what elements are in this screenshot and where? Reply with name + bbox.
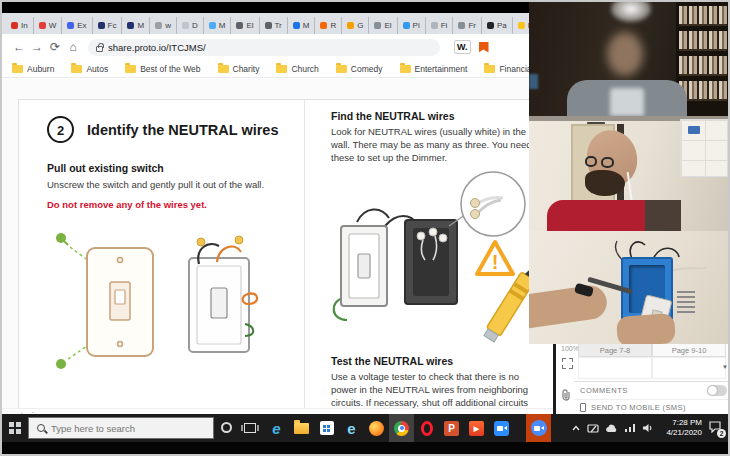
home-icon[interactable]: ⌂ <box>64 40 82 54</box>
folder-icon <box>276 65 287 73</box>
address-bar[interactable]: share.proto.io/ITCJMS/ <box>88 39 440 56</box>
find-heading: Find the NEUTRAL wires <box>331 110 454 122</box>
bookmark-folder[interactable]: Comedy <box>336 64 383 74</box>
cortana-button[interactable] <box>214 419 238 437</box>
internet-explorer-icon: e <box>347 421 355 436</box>
bookmark-folder[interactable]: Best of the Web <box>125 64 200 74</box>
bookmark-label: Best of the Web <box>140 64 200 74</box>
video-participant-2[interactable] <box>529 116 730 231</box>
browser-tab[interactable]: El <box>231 17 259 34</box>
browser-tab[interactable]: M <box>204 17 232 34</box>
fullscreen-icon[interactable] <box>562 358 573 369</box>
speaker-icon[interactable] <box>642 423 654 433</box>
browser-tab[interactable]: Fc <box>93 17 123 34</box>
taskbar-app[interactable]: ▶ <box>464 414 489 442</box>
chair <box>645 200 681 231</box>
browser-tab[interactable]: Tr <box>260 17 288 34</box>
tab-favicon-icon <box>347 22 354 29</box>
meet-app-icon <box>494 421 509 436</box>
browser-tab[interactable]: Ex <box>62 17 92 34</box>
browser-tab[interactable]: R <box>315 17 342 34</box>
search-input[interactable] <box>51 423 191 434</box>
taskbar-app[interactable] <box>314 414 339 442</box>
browser-tab[interactable]: Fr <box>453 17 482 34</box>
page-tab[interactable]: Page 9-10 <box>652 344 726 357</box>
browser-tab[interactable]: W <box>34 17 63 34</box>
padlock-icon <box>96 46 103 52</box>
action-center-button[interactable]: 2 <box>708 420 724 436</box>
taskbar-app[interactable] <box>414 414 439 442</box>
tab-label: Tr <box>275 21 282 30</box>
bookmark-folder[interactable]: Entertainment <box>400 64 468 74</box>
tab-label: Pa <box>497 21 507 30</box>
tab-label: Pi <box>413 21 420 30</box>
page-tab[interactable]: Page 7-8 <box>578 344 652 357</box>
network-signal-icon[interactable] <box>624 423 636 433</box>
onedrive-cloud-icon[interactable] <box>605 424 618 433</box>
tab-favicon-icon <box>265 22 272 29</box>
browser-tab[interactable]: Pi <box>398 17 426 34</box>
taskbar-app[interactable] <box>489 414 514 442</box>
bookmark-folder[interactable]: Financial <box>484 64 533 74</box>
file-explorer-icon <box>294 423 309 434</box>
attachment-icon[interactable] <box>561 388 573 402</box>
browser-tab[interactable]: M <box>288 17 316 34</box>
monitor-glow <box>529 74 538 89</box>
comments-toggle[interactable] <box>707 385 727 396</box>
taskbar-app[interactable]: e <box>264 414 289 442</box>
show-hidden-icons-chevron[interactable] <box>571 423 581 433</box>
browser-tab[interactable]: M <box>122 17 150 34</box>
notification-badge: 2 <box>717 429 726 438</box>
browser-tab[interactable]: El <box>369 17 397 34</box>
flag-extension-icon[interactable] <box>479 42 489 53</box>
taskbar-app[interactable] <box>389 414 414 442</box>
bookmark-folder[interactable]: Charity <box>218 64 260 74</box>
taskbar-app[interactable]: P <box>439 414 464 442</box>
tab-label: In <box>21 21 28 30</box>
browser-tab[interactable]: In <box>6 17 34 34</box>
bookmark-folder[interactable]: Church <box>276 64 318 74</box>
browser-tab[interactable]: G <box>342 17 369 34</box>
bookmark-folder[interactable]: Autos <box>71 64 108 74</box>
tab-label: El <box>246 21 253 30</box>
scroll-down-icon[interactable]: ▼ <box>722 364 728 370</box>
tab-favicon-icon <box>39 22 46 29</box>
taskbar-search[interactable] <box>28 417 214 439</box>
taskbar-app[interactable] <box>526 414 551 442</box>
phone-icon <box>580 403 586 412</box>
taskbar-app[interactable] <box>364 414 389 442</box>
forward-icon[interactable]: → <box>28 40 46 54</box>
browser-tab[interactable]: Fi <box>426 17 454 34</box>
warning-exclamation: ! <box>492 251 499 273</box>
tab-favicon-icon <box>182 22 189 29</box>
w-extension-icon[interactable]: W. <box>454 40 471 54</box>
clock-date: 4/21/2020 <box>660 428 702 438</box>
page-thumbnail[interactable] <box>652 357 726 379</box>
url-text[interactable]: share.proto.io/ITCJMS/ <box>108 42 206 53</box>
reload-icon[interactable]: ⟳ <box>46 40 64 54</box>
pen-tablet-icon[interactable] <box>587 423 599 434</box>
task-view-button[interactable] <box>238 423 262 433</box>
task-view-icon <box>244 423 256 433</box>
tab-favicon-icon <box>293 22 300 29</box>
browser-tab[interactable]: D <box>177 17 204 34</box>
windows-taskbar: e e <box>2 414 728 442</box>
tab-label: Ex <box>77 21 86 30</box>
comments-row: COMMENTS <box>574 381 730 399</box>
bookmark-folder[interactable]: Auburn <box>12 64 54 74</box>
system-tray: 7:28 PM 4/21/2020 2 <box>571 418 728 439</box>
tab-favicon-icon <box>320 22 327 29</box>
page-thumbnail[interactable] <box>578 357 652 379</box>
taskbar-clock[interactable]: 7:28 PM 4/21/2020 <box>660 418 702 439</box>
tab-label: M <box>137 21 144 30</box>
start-button[interactable] <box>2 414 28 442</box>
browser-tab[interactable]: w <box>150 17 177 34</box>
taskbar-app[interactable] <box>289 414 314 442</box>
video-participant-1[interactable] <box>529 2 730 116</box>
taskbar-app[interactable]: e <box>339 414 364 442</box>
pull-out-heading: Pull out existing switch <box>47 162 164 174</box>
browser-tab[interactable]: Pa <box>482 17 513 34</box>
video-participant-3-demo[interactable] <box>529 231 730 344</box>
send-to-mobile-row[interactable]: SEND TO MOBILE (SMS) <box>574 399 730 414</box>
back-icon[interactable]: ← <box>10 40 28 54</box>
